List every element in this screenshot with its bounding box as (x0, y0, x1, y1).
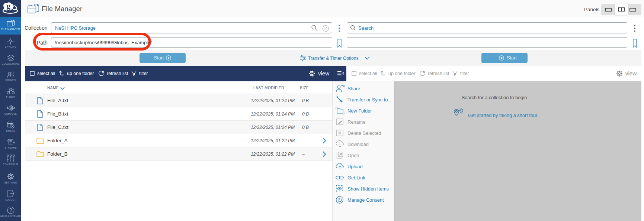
svg-text:g: g (7, 2, 11, 10)
